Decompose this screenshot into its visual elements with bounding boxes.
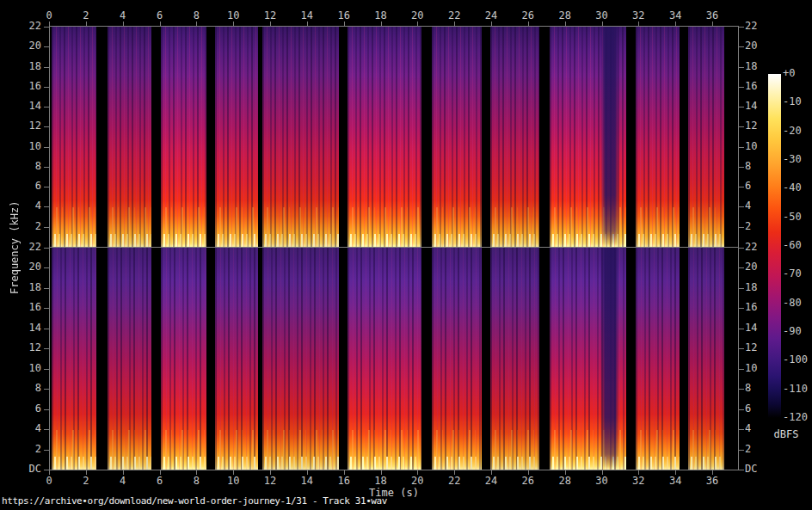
x-axis-tick-label-top: 4 xyxy=(110,10,136,22)
x-axis-tick-top xyxy=(381,22,382,26)
y-axis-tick-label-left: 18 xyxy=(15,282,41,293)
y-axis-tick-right xyxy=(739,288,744,289)
y-axis-tick-left xyxy=(44,429,49,430)
colorbar-tick-label: -80 xyxy=(783,298,802,309)
x-axis-tick-top xyxy=(233,22,234,26)
segment-flames xyxy=(688,457,724,470)
y-axis-tick-label-left: 12 xyxy=(15,342,41,353)
y-axis-tick-label-right: 20 xyxy=(745,40,774,52)
x-axis-tick-top xyxy=(491,22,492,26)
x-axis-tick-label-bottom: 16 xyxy=(331,476,357,487)
y-axis-tick-right xyxy=(739,450,744,451)
x-axis-tick-top xyxy=(712,22,713,26)
segment-flames xyxy=(636,457,680,470)
spectrogram-segment xyxy=(490,248,539,470)
y-axis-tick-left xyxy=(44,187,49,187)
y-axis-tick-label-left: 4 xyxy=(15,200,41,212)
segment-flames xyxy=(262,234,339,247)
spectrogram-segment xyxy=(262,27,339,247)
spectrogram-window: Frequency (kHz) Time (s) dBFS https://ar… xyxy=(0,0,812,510)
y-axis-tick-label-right: 8 xyxy=(745,383,774,394)
y-axis-tick-left xyxy=(44,288,49,289)
segment-flames xyxy=(348,457,421,470)
y-axis-tick-left xyxy=(44,126,49,127)
y-axis-tick-label-right: 4 xyxy=(745,200,774,212)
y-axis-tick-label-left: 18 xyxy=(15,61,41,72)
y-axis-tick-label-right: 4 xyxy=(745,423,774,434)
spectrogram-segment xyxy=(108,248,151,470)
y-axis-tick-left xyxy=(44,87,49,88)
y-axis-tick-right xyxy=(739,470,744,470)
y-axis-tick-left xyxy=(44,248,49,249)
y-axis-tick-label-left: 16 xyxy=(15,302,41,313)
y-axis-tick-label-left: 22 xyxy=(15,21,41,32)
x-axis-tick-label-top: 22 xyxy=(441,10,467,22)
y-axis-tick-left xyxy=(44,147,49,148)
x-axis-tick-top xyxy=(344,22,345,26)
y-axis-tick-label-left: DC xyxy=(15,464,41,475)
spectrogram-panel-channel-1 xyxy=(49,27,738,247)
y-axis-tick-right xyxy=(739,389,744,390)
y-axis-tick-label-right: 16 xyxy=(745,81,774,92)
x-axis-tick-label-bottom: 26 xyxy=(515,476,541,487)
y-axis-tick-label-left: 8 xyxy=(15,161,41,172)
spectrogram-segment xyxy=(636,248,680,470)
spectrogram-segment xyxy=(432,248,482,470)
segment-flames xyxy=(490,457,539,470)
y-axis-tick-label-left: 6 xyxy=(15,403,41,415)
x-axis-tick-label-bottom: 22 xyxy=(441,476,467,487)
y-axis-tick-label-left: 4 xyxy=(15,423,41,434)
y-axis-tick-label-left: 8 xyxy=(15,383,41,394)
x-axis-tick-label-bottom: 28 xyxy=(552,476,578,487)
y-axis-tick-right xyxy=(739,187,744,187)
segment-flames xyxy=(262,457,339,470)
y-axis-tick-label-left: 2 xyxy=(15,221,41,232)
spectrogram-segment xyxy=(490,27,539,247)
x-axis-tick-label-bottom: 34 xyxy=(662,476,688,487)
x-axis-tick-label-bottom: 30 xyxy=(589,476,615,487)
y-axis-tick-right xyxy=(739,369,744,370)
spectrogram-segment xyxy=(432,27,482,247)
y-axis-tick-left xyxy=(44,267,49,268)
y-axis-tick-label-left: 16 xyxy=(15,81,41,92)
y-axis-tick-right xyxy=(739,126,744,127)
x-axis-tick-label-bottom: 12 xyxy=(257,476,283,487)
y-axis-tick-label-right: 12 xyxy=(745,120,774,132)
segment-flames xyxy=(161,457,206,470)
segment-flames xyxy=(108,234,151,247)
x-axis-tick-label-top: 12 xyxy=(257,10,283,22)
y-axis-tick-label-left: 6 xyxy=(15,181,41,192)
y-axis-tick-left xyxy=(44,348,49,349)
x-axis-tick-label-top: 32 xyxy=(625,10,651,22)
y-axis-tick-label-right: 18 xyxy=(745,61,774,72)
x-axis-tick-label-bottom: 4 xyxy=(110,476,136,487)
x-axis-tick-top xyxy=(638,22,639,26)
y-axis-tick-right xyxy=(739,147,744,148)
y-axis-tick-label-right: 12 xyxy=(745,342,774,353)
colorbar-tick-label: -60 xyxy=(783,240,802,251)
x-axis-tick-label-top: 10 xyxy=(220,10,246,22)
y-axis-tick-left xyxy=(44,470,49,470)
spectrogram-segment xyxy=(688,27,724,247)
spectrogram-segment xyxy=(108,27,151,247)
x-axis-tick-label-bottom: 36 xyxy=(699,476,725,487)
y-axis-tick-label-left: 14 xyxy=(15,323,41,334)
segment-flames xyxy=(215,234,258,247)
x-axis-tick-top xyxy=(675,22,676,26)
y-axis-tick-label-left: 20 xyxy=(15,261,41,273)
x-axis-tick-top xyxy=(86,22,87,26)
y-axis-tick-right xyxy=(739,206,744,207)
x-axis-tick-top xyxy=(49,22,50,26)
segment-flames xyxy=(432,234,482,247)
y-axis-tick-left xyxy=(44,227,49,228)
y-axis-tick-label-right: 22 xyxy=(745,21,774,32)
x-axis-tick-top xyxy=(160,22,161,26)
x-axis-tick-top xyxy=(417,22,418,26)
spectrogram-segment xyxy=(636,27,680,247)
segment-flames xyxy=(490,234,539,247)
x-axis-tick-label-bottom: 8 xyxy=(183,476,209,487)
spectrogram-segment xyxy=(215,248,258,470)
y-axis-tick-right xyxy=(739,46,744,47)
segment-flames xyxy=(52,457,96,470)
y-axis-tick-label-right: 10 xyxy=(745,363,774,374)
